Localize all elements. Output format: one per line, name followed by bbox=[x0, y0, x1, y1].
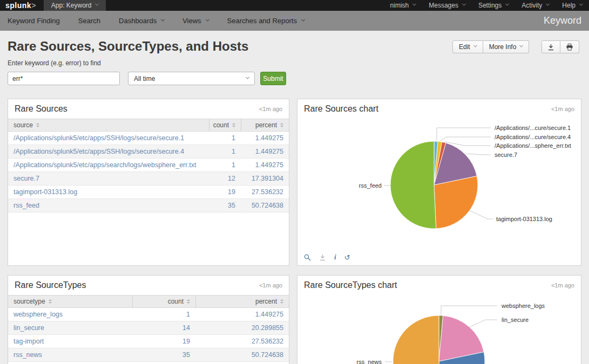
activity-menu-label: Activity bbox=[522, 2, 542, 9]
table-cell[interactable]: 1.449275 bbox=[241, 161, 289, 169]
time-range-value: All time bbox=[134, 75, 155, 83]
settings-menu[interactable]: Settings bbox=[472, 0, 515, 11]
table-cell[interactable]: 17.391304 bbox=[241, 175, 289, 182]
table-cell[interactable]: 1.449275 bbox=[241, 134, 289, 142]
time-range-select[interactable]: All time bbox=[128, 72, 255, 85]
panel-rare-sources-chart: Rare Sources chart <1m ago /Applications… bbox=[297, 99, 581, 266]
table-cell[interactable]: 14 bbox=[132, 324, 195, 332]
chevron-down-icon bbox=[301, 17, 305, 21]
edit-button[interactable]: Edit bbox=[452, 40, 483, 53]
pie-label: websphere_logs bbox=[501, 303, 545, 309]
table-cell[interactable]: 1 bbox=[209, 161, 241, 169]
table-cell[interactable]: 1 bbox=[209, 148, 241, 155]
table-row[interactable]: rss_news3550.724638 bbox=[8, 348, 289, 362]
column-header-count[interactable]: count bbox=[132, 296, 195, 307]
column-label: sourcetype bbox=[13, 298, 45, 305]
table-cell[interactable]: /Applications/splunk5/etc/apps/search/lo… bbox=[8, 161, 209, 169]
export-button[interactable] bbox=[541, 40, 560, 53]
panel-header: Rare SourceTypes chart <1m ago bbox=[297, 276, 581, 295]
table-row[interactable]: websphere_logs11.449275 bbox=[8, 308, 289, 321]
print-icon bbox=[566, 44, 573, 51]
table-cell[interactable]: 19 bbox=[209, 188, 241, 196]
keyword-input[interactable] bbox=[8, 72, 120, 85]
table-cell[interactable]: 12 bbox=[209, 175, 241, 182]
help-menu[interactable]: Help bbox=[556, 0, 589, 11]
chevron-down-icon bbox=[505, 2, 509, 6]
more-info-button[interactable]: More Info bbox=[483, 40, 530, 53]
table-cell[interactable]: rss_news bbox=[8, 351, 132, 359]
table-cell[interactable]: 1 bbox=[132, 311, 195, 318]
table-row[interactable]: /Applications/splunk5/etc/apps/SSH/logs/… bbox=[8, 145, 289, 159]
chevron-down-icon bbox=[519, 44, 523, 47]
chevron-down-icon bbox=[546, 2, 550, 6]
messages-menu[interactable]: Messages bbox=[422, 0, 472, 11]
table-cell[interactable]: tag-import bbox=[8, 338, 132, 345]
table-row[interactable]: secure.71217.391304 bbox=[8, 172, 289, 186]
table-cell[interactable]: 1 bbox=[209, 134, 241, 142]
table-cell[interactable]: /Applications/splunk5/etc/apps/SSH/logs/… bbox=[8, 134, 209, 142]
export-button-group bbox=[541, 40, 579, 53]
table-cell[interactable]: 35 bbox=[132, 351, 195, 359]
table-cell[interactable]: tagimport-031313.log bbox=[8, 188, 209, 196]
column-header-source[interactable]: source bbox=[8, 119, 209, 131]
table-cell[interactable]: websphere_logs bbox=[8, 311, 132, 318]
table-row[interactable]: rss_feed3550.724638 bbox=[8, 199, 289, 212]
nav-views[interactable]: Views bbox=[182, 17, 208, 25]
table-row[interactable]: /Applications/splunk5/etc/apps/search/lo… bbox=[8, 159, 289, 172]
sort-icon bbox=[280, 299, 283, 304]
column-header-count[interactable]: count bbox=[209, 119, 241, 131]
nav-searches-reports[interactable]: Searches and Reports bbox=[227, 17, 304, 25]
table-cell[interactable]: lin_secure bbox=[8, 324, 132, 332]
top-navbar: splunk> App: Keyword nimish Messages Set… bbox=[0, 0, 589, 11]
table-cell[interactable]: 27.536232 bbox=[195, 338, 289, 345]
user-menu[interactable]: nimish bbox=[384, 0, 423, 11]
chevron-down-icon bbox=[579, 2, 583, 6]
refresh-icon[interactable]: ↺ bbox=[344, 253, 350, 262]
splunk-logo[interactable]: splunk> bbox=[0, 1, 44, 10]
export-results-icon[interactable] bbox=[319, 254, 326, 261]
table-row[interactable]: lin_secure1420.289855 bbox=[8, 321, 289, 335]
column-header-percent[interactable]: percent bbox=[195, 296, 289, 307]
sort-icon bbox=[280, 123, 283, 127]
print-button[interactable] bbox=[560, 40, 579, 53]
table-cell[interactable]: 50.724638 bbox=[241, 202, 289, 209]
table-cell[interactable]: rss_feed bbox=[8, 202, 209, 209]
nav-search[interactable]: Search bbox=[78, 17, 100, 25]
app-menu[interactable]: App: Keyword bbox=[44, 0, 106, 11]
edit-button-label: Edit bbox=[459, 43, 470, 51]
pie-label: /Applications/...cure/secure.1 bbox=[495, 125, 571, 131]
table-cell[interactable]: secure.7 bbox=[8, 175, 209, 182]
table-cell[interactable]: 50.724638 bbox=[195, 351, 289, 359]
table-row[interactable]: tag-import1927.536232 bbox=[8, 335, 289, 348]
column-label: count bbox=[168, 298, 184, 305]
label-line bbox=[441, 137, 491, 141]
nav-dashboards[interactable]: Dashboards bbox=[119, 17, 164, 25]
table-row[interactable]: /Applications/splunk5/etc/apps/SSH/logs/… bbox=[8, 132, 289, 145]
rare-sources-table: source count percent /Applications/splun… bbox=[8, 119, 289, 212]
table-cell[interactable]: 20.289855 bbox=[195, 324, 289, 332]
panel-header: Rare SourceTypes <1m ago bbox=[8, 276, 289, 295]
column-header-percent[interactable]: percent bbox=[241, 119, 289, 131]
table-cell[interactable]: 1.449275 bbox=[195, 311, 289, 318]
pie-slice[interactable] bbox=[434, 176, 478, 229]
table-cell[interactable]: 35 bbox=[209, 202, 241, 209]
submit-button[interactable]: Submit bbox=[260, 72, 286, 85]
inspect-info-icon[interactable]: i bbox=[334, 253, 336, 262]
refresh-ago-label: <1m ago bbox=[259, 282, 282, 289]
activity-menu[interactable]: Activity bbox=[515, 0, 556, 11]
table-row[interactable]: tagimport-031313.log1927.536232 bbox=[8, 186, 289, 199]
column-label: percent bbox=[255, 121, 277, 129]
panel-rare-sourcetypes-chart: Rare SourceTypes chart <1m ago websphere… bbox=[297, 275, 581, 364]
pie-label: rss_news bbox=[357, 359, 382, 364]
column-header-sourcetype[interactable]: sourcetype bbox=[8, 296, 132, 307]
nav-keyword-finding[interactable]: Keyword Finding bbox=[8, 17, 60, 25]
table-cell[interactable]: 19 bbox=[132, 338, 195, 345]
table-cell[interactable]: 1.449275 bbox=[241, 148, 289, 155]
pie-slice[interactable] bbox=[393, 315, 441, 364]
table-cell[interactable]: 27.536232 bbox=[241, 188, 289, 196]
pie-slice[interactable] bbox=[390, 141, 436, 229]
table-cell[interactable]: /Applications/splunk5/etc/apps/SSH/logs/… bbox=[8, 148, 209, 155]
sort-icon bbox=[187, 299, 190, 304]
open-in-search-icon[interactable] bbox=[304, 254, 311, 261]
nav-label: Dashboards bbox=[119, 17, 157, 25]
